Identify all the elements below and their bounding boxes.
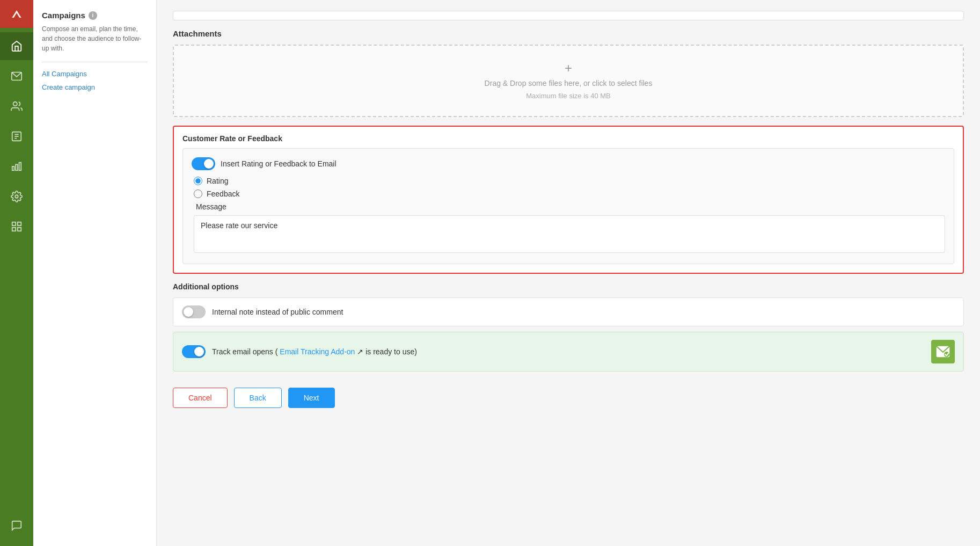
file-dropzone[interactable]: + Drag & Drop some files here, or click … <box>173 45 964 117</box>
track-email-text: Track email opens ( Email Tracking Add-o… <box>212 347 925 356</box>
all-campaigns-link[interactable]: All Campaigns <box>42 70 148 78</box>
tracking-icon <box>931 340 955 363</box>
svg-rect-13 <box>12 228 16 231</box>
rating-radio-row: Rating <box>194 177 945 185</box>
sidebar-nav <box>0 28 33 512</box>
internal-note-toggle[interactable] <box>182 305 206 318</box>
button-row: Cancel Back Next <box>173 382 964 408</box>
left-panel-title: Campaigns i <box>42 11 148 20</box>
create-campaign-link[interactable]: Create campaign <box>42 83 148 91</box>
email-tracking-link[interactable]: Email Tracking Add-on <box>280 347 355 356</box>
rating-radio[interactable] <box>194 177 202 185</box>
internal-note-label: Internal note instead of public comment <box>212 308 955 316</box>
insert-rating-toggle-row: Insert Rating or Feedback to Email <box>192 157 945 170</box>
sidebar-item-chat[interactable] <box>0 512 33 540</box>
track-email-card: Track email opens ( Email Tracking Add-o… <box>173 332 964 372</box>
track-email-toggle[interactable] <box>182 345 206 358</box>
sidebar-item-email[interactable] <box>0 62 33 90</box>
feedback-radio-row: Feedback <box>194 190 945 198</box>
info-icon: i <box>89 11 97 20</box>
app-logo <box>0 0 33 28</box>
feedback-radio[interactable] <box>194 190 202 198</box>
svg-rect-9 <box>19 163 21 171</box>
message-label: Message <box>196 202 945 211</box>
plus-icon: + <box>565 62 572 75</box>
sidebar-bottom <box>0 512 33 546</box>
cancel-button[interactable]: Cancel <box>173 388 228 408</box>
additional-options-header: Additional options <box>173 282 964 291</box>
back-button[interactable]: Back <box>234 388 282 408</box>
svg-rect-7 <box>12 166 14 170</box>
insert-rating-label: Insert Rating or Feedback to Email <box>221 159 337 168</box>
additional-options-section: Additional options Internal note instead… <box>173 282 964 372</box>
insert-rating-toggle[interactable] <box>192 157 215 170</box>
sidebar <box>0 0 33 546</box>
customer-rate-body: Insert Rating or Feedback to Email Ratin… <box>182 148 954 264</box>
svg-rect-8 <box>16 164 18 170</box>
svg-point-2 <box>13 102 17 106</box>
sidebar-item-tasks[interactable] <box>0 122 33 150</box>
attachments-section: Attachments + Drag & Drop some files her… <box>173 29 964 117</box>
rating-label: Rating <box>207 177 228 185</box>
svg-point-10 <box>15 195 18 198</box>
attachments-header: Attachments <box>173 29 964 38</box>
customer-rate-section: Customer Rate or Feedback Insert Rating … <box>173 126 964 274</box>
dropzone-hint: Maximum file size is 40 MB <box>526 92 610 100</box>
main-content: Attachments + Drag & Drop some files her… <box>157 0 980 546</box>
internal-note-card: Internal note instead of public comment <box>173 297 964 326</box>
next-button[interactable]: Next <box>288 388 335 408</box>
sidebar-item-contacts[interactable] <box>0 92 33 120</box>
message-textarea[interactable]: Please rate our service <box>194 215 945 253</box>
svg-rect-14 <box>18 228 21 231</box>
partial-top-card <box>173 11 964 20</box>
svg-rect-11 <box>12 222 16 225</box>
dropzone-text: Drag & Drop some files here, or click to… <box>485 79 653 88</box>
feedback-label: Feedback <box>207 190 239 198</box>
sidebar-item-reports[interactable] <box>0 152 33 180</box>
left-panel-description: Compose an email, plan the time, and cho… <box>42 24 148 53</box>
left-panel: Campaigns i Compose an email, plan the t… <box>33 0 157 546</box>
customer-rate-header: Customer Rate or Feedback <box>174 127 963 148</box>
svg-rect-12 <box>18 222 21 225</box>
sidebar-item-settings[interactable] <box>0 183 33 210</box>
sidebar-item-home[interactable] <box>0 32 33 60</box>
sidebar-item-apps[interactable] <box>0 213 33 241</box>
